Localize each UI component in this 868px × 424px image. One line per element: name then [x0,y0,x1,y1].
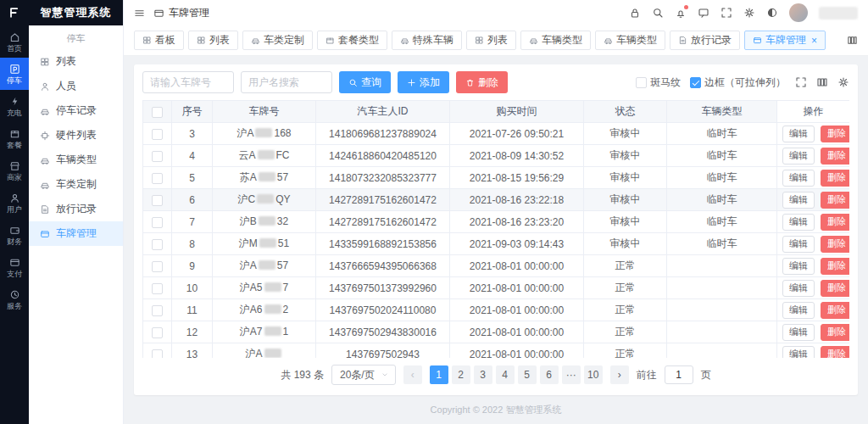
sidebar-item[interactable]: 车类定制 [29,172,123,197]
search-icon[interactable] [652,7,664,19]
sidebar-item[interactable]: 停车记录 [29,98,123,123]
sidebar-item[interactable]: 车牌管理 [29,221,123,246]
rail-item[interactable]: 首页 [0,25,29,58]
add-button[interactable]: 添加 [398,71,449,93]
row-delete-button[interactable]: 删除 [821,302,849,319]
page-size-select[interactable]: 20条/页 [331,365,396,385]
row-delete-button[interactable]: 删除 [821,214,849,231]
row-checkbox[interactable] [152,305,163,316]
row-checkbox[interactable] [152,283,163,294]
row-checkbox[interactable] [152,261,163,272]
row-delete-button[interactable]: 删除 [821,236,849,253]
select-all-checkbox[interactable] [152,107,163,118]
goto-page-input[interactable] [665,365,693,384]
tab[interactable]: 特殊车辆 [392,31,462,50]
message-icon[interactable] [698,7,709,19]
border-checkbox[interactable]: 边框（可拉伸列） [690,75,786,90]
rail-item[interactable]: 商家 [0,154,29,187]
fullscreen-icon[interactable] [795,76,807,88]
plate-search-input[interactable] [142,71,234,93]
avatar[interactable] [789,3,808,22]
row-delete-button[interactable]: 删除 [821,280,849,297]
tab[interactable]: 套餐类型 [317,31,387,50]
border-checkbox-box[interactable] [690,77,701,88]
collapse-menu-icon[interactable] [134,8,145,19]
tab[interactable]: 车牌管理 × [744,31,826,50]
tab-list-icon[interactable] [847,35,858,46]
tab[interactable]: 车辆类型 [520,31,591,50]
tab[interactable]: 列表 [466,31,516,50]
edit-button[interactable]: 编辑 [782,302,815,319]
rail-item[interactable]: 服务 [0,283,29,315]
breadcrumb[interactable]: 车牌管理 [153,6,209,20]
page-button[interactable]: ··· [562,365,581,384]
edit-button[interactable]: 编辑 [782,258,815,275]
tab[interactable]: 放行记录 [670,31,740,50]
tab[interactable]: 车类定制 [242,31,313,50]
page-button[interactable]: 4 [496,365,515,384]
row-checkbox[interactable] [152,195,163,206]
fullscreen-icon[interactable] [721,7,732,19]
edit-button[interactable]: 编辑 [782,214,815,231]
sidebar-item[interactable]: 硬件列表 [29,123,123,148]
row-checkbox[interactable] [152,327,163,338]
tab[interactable]: 车辆类型 [595,31,665,50]
bell-icon[interactable] [675,7,687,19]
row-checkbox[interactable] [152,239,163,250]
rail-item[interactable]: 支付 [0,251,29,283]
delete-button[interactable]: 删除 [456,71,508,93]
gear-icon[interactable] [743,7,755,19]
row-delete-button[interactable]: 删除 [821,346,849,359]
rail-item[interactable]: 用户 [0,187,29,219]
prev-page-button[interactable]: ‹ [403,365,422,384]
row-delete-button[interactable]: 删除 [821,258,849,275]
page-button[interactable]: 1 [430,365,448,384]
edit-button[interactable]: 编辑 [782,236,815,253]
page-button[interactable]: 10 [584,365,603,384]
row-checkbox[interactable] [152,129,163,140]
row-delete-button[interactable]: 删除 [821,324,849,341]
row-checkbox[interactable] [152,349,163,358]
rail-item[interactable]: 财务 [0,219,29,251]
row-delete-button[interactable]: 删除 [821,192,849,209]
theme-icon[interactable] [766,7,778,19]
rail-item[interactable]: 充电 [0,90,29,122]
sidebar-item[interactable]: 放行记录 [29,197,123,221]
rail-item[interactable]: 停车 [0,58,29,90]
page-button[interactable]: 5 [518,365,537,384]
query-button[interactable]: 查询 [339,71,391,93]
cell-plate: 沪A71 [213,321,316,343]
tab[interactable]: 列表 [188,31,238,50]
page-button[interactable]: 3 [474,365,492,384]
sidebar-item[interactable]: 人员 [29,74,123,98]
edit-button[interactable]: 编辑 [782,170,815,187]
gear-icon[interactable] [837,76,849,88]
edit-button[interactable]: 编辑 [782,346,815,359]
edit-button[interactable]: 编辑 [782,192,815,209]
row-delete-button[interactable]: 删除 [821,170,849,187]
edit-button[interactable]: 编辑 [782,126,815,142]
username-search-input[interactable] [241,71,332,93]
lock-icon[interactable] [629,7,641,19]
rail-item[interactable]: 套餐 [0,122,29,154]
next-page-button[interactable]: › [610,365,629,384]
page-button[interactable]: 6 [540,365,559,384]
sidebar-item[interactable]: 车辆类型 [29,148,123,172]
row-checkbox[interactable] [152,217,163,228]
edit-button[interactable]: 编辑 [782,280,815,297]
close-icon[interactable]: × [811,36,817,46]
row-checkbox[interactable] [152,173,163,184]
row-checkbox[interactable] [152,151,163,162]
tab[interactable]: 看板 [134,31,184,50]
zebra-checkbox-box[interactable] [636,77,647,88]
row-delete-button[interactable]: 删除 [821,148,849,165]
page-button[interactable]: 2 [452,365,470,384]
sidebar-item[interactable]: 列表 [29,49,123,74]
app-logo[interactable] [0,0,29,25]
edit-button[interactable]: 编辑 [782,148,815,165]
row-delete-button[interactable]: 删除 [821,126,849,142]
columns-icon[interactable] [816,76,828,88]
edit-button[interactable]: 编辑 [782,324,815,341]
cell-vehicle-type: 临时车 [667,145,777,167]
zebra-checkbox[interactable]: 斑马纹 [636,75,681,90]
